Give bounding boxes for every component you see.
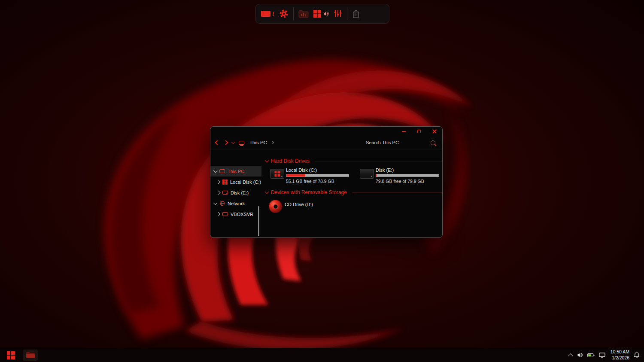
windows-flag-icon: [313, 10, 321, 18]
settings-button[interactable]: [279, 9, 289, 18]
search-input[interactable]: Search This PC: [366, 140, 399, 145]
volume-icon: [323, 11, 329, 17]
volume-icon[interactable]: [577, 352, 583, 358]
minimize-button[interactable]: [396, 127, 411, 136]
chevron-down-icon: [265, 190, 269, 194]
windows-start-icon: [7, 351, 15, 359]
equalizer-button[interactable]: [334, 9, 342, 18]
close-button[interactable]: [427, 127, 442, 136]
search-box[interactable]: Search This PC: [366, 140, 438, 145]
capacity-bar: [286, 174, 349, 177]
hard-drive-windows-icon: [270, 169, 284, 179]
section-divider: [315, 161, 443, 161]
search-icon[interactable]: [431, 140, 435, 145]
settings-gear-icon: [279, 9, 289, 18]
maximize-button[interactable]: [411, 127, 427, 136]
taskbar-file-explorer-button[interactable]: [23, 350, 38, 361]
drive-name: CD Drive (D:): [285, 202, 313, 213]
section-header-removable-storage[interactable]: Devices with Removable Storage: [265, 189, 443, 195]
clock-date: 1/2/2026: [611, 355, 629, 361]
capacity-bar-fill: [286, 174, 305, 176]
drive-list: Local Disk (C:) 55.1 GB free of 78.9 GB …: [265, 167, 443, 184]
toolbar-divider: [347, 7, 347, 20]
drive-name: Disk (E:): [376, 167, 439, 173]
network-globe-icon: [219, 201, 225, 206]
forward-button[interactable]: [223, 140, 228, 145]
alert-glyph: !: [272, 10, 274, 17]
clock-time: 10:50 AM: [611, 349, 629, 355]
network-display-icon[interactable]: [599, 353, 605, 358]
sidebar-item-local-disk-c[interactable]: Local Disk (C:): [210, 176, 261, 187]
desktop: !: [0, 0, 644, 362]
breadcrumb[interactable]: This PC: [249, 140, 267, 145]
top-toolbar: !: [255, 4, 389, 24]
drive-item-e[interactable]: Disk (E:) 79.8 GB free of 79.9 GB: [360, 167, 443, 184]
minimize-icon: [402, 131, 406, 132]
windows-drive-icon: [222, 179, 228, 185]
section-header-hard-disk-drives[interactable]: Hard Disk Drives: [265, 158, 443, 164]
content-pane: Hard Disk Drives Local Disk (C:): [261, 149, 443, 237]
sidebar-item-vboxsvr[interactable]: VBOXSVR: [210, 209, 261, 219]
sidebar-item-label: Network: [228, 201, 245, 206]
recycle-bin-button[interactable]: [352, 9, 360, 18]
navigation-bar: This PC Search This PC: [210, 136, 442, 149]
close-icon: [432, 129, 437, 134]
sidebar-item-label: Local Disk (C:): [230, 179, 261, 185]
file-explorer-window: This PC Search This PC This PC Local Dis…: [210, 126, 443, 238]
file-explorer-icon: [26, 352, 35, 359]
this-pc-icon: [239, 141, 244, 145]
chevron-down-icon: [265, 158, 269, 163]
drive-free-space: 79.8 GB free of 79.9 GB: [376, 179, 439, 184]
sidebar-item-label: Disk (E:): [231, 190, 249, 195]
drive-item-c[interactable]: Local Disk (C:) 55.1 GB free of 78.9 GB: [270, 167, 355, 184]
chevron-right-icon[interactable]: [216, 212, 221, 216]
breadcrumb-chevron-icon[interactable]: [271, 141, 274, 144]
sidebar-item-disk-e[interactable]: Disk (E:): [210, 187, 261, 198]
start-button[interactable]: [4, 350, 17, 361]
chevron-right-icon[interactable]: [216, 180, 221, 184]
display-button[interactable]: !: [261, 10, 274, 17]
sidebar-item-label: VBOXSVR: [231, 212, 253, 217]
hard-drive-icon: [360, 169, 374, 179]
monitor-icon: [222, 212, 228, 216]
back-button[interactable]: [215, 140, 219, 145]
cd-drive-item[interactable]: CD Drive (D:): [269, 200, 443, 213]
section-title: Devices with Removable Storage: [271, 189, 347, 195]
title-bar[interactable]: [210, 127, 442, 136]
cd-drive-icon: [269, 200, 282, 213]
windows-audio-button[interactable]: [313, 10, 329, 18]
monitor-icon: [219, 169, 225, 173]
drive-free-space: 55.1 GB free of 78.9 GB: [286, 179, 349, 184]
toolbar-divider: [293, 7, 294, 20]
drive-name: Local Disk (C:): [286, 167, 349, 173]
chevron-right-icon[interactable]: [216, 191, 221, 195]
capacity-bar-fill: [376, 174, 377, 176]
navigation-pane: This PC Local Disk (C:) Disk (E:): [210, 149, 261, 237]
taskbar: 10:50 AM 1/2/2026: [0, 348, 644, 362]
window-body: This PC Local Disk (C:) Disk (E:): [210, 149, 442, 237]
equalizer-icon: [334, 9, 342, 18]
system-tray: 10:50 AM 1/2/2026: [569, 349, 640, 361]
sidebar-scrollbar[interactable]: [258, 206, 259, 236]
maximize-icon: [417, 130, 421, 133]
hidden-icons-chevron-icon[interactable]: [568, 353, 573, 358]
battery-icon[interactable]: [587, 353, 595, 358]
section-divider: [352, 192, 443, 193]
recent-locations-dropdown[interactable]: [231, 140, 235, 143]
sidebar-item-network[interactable]: Network: [210, 198, 261, 209]
folder-stats-icon: [298, 10, 309, 18]
drive-icon: [222, 191, 228, 195]
chevron-down-icon[interactable]: [213, 169, 218, 173]
display-icon: [261, 11, 270, 17]
sidebar-item-this-pc[interactable]: This PC: [210, 166, 261, 176]
recycle-bin-icon: [352, 9, 360, 18]
section-title: Hard Disk Drives: [271, 158, 310, 164]
sidebar-item-label: This PC: [228, 169, 244, 174]
notification-bell-icon[interactable]: [634, 352, 640, 359]
folder-stats-button[interactable]: [298, 10, 309, 18]
capacity-bar: [376, 174, 439, 177]
clock[interactable]: 10:50 AM 1/2/2026: [611, 349, 629, 361]
chevron-down-icon[interactable]: [213, 201, 218, 205]
